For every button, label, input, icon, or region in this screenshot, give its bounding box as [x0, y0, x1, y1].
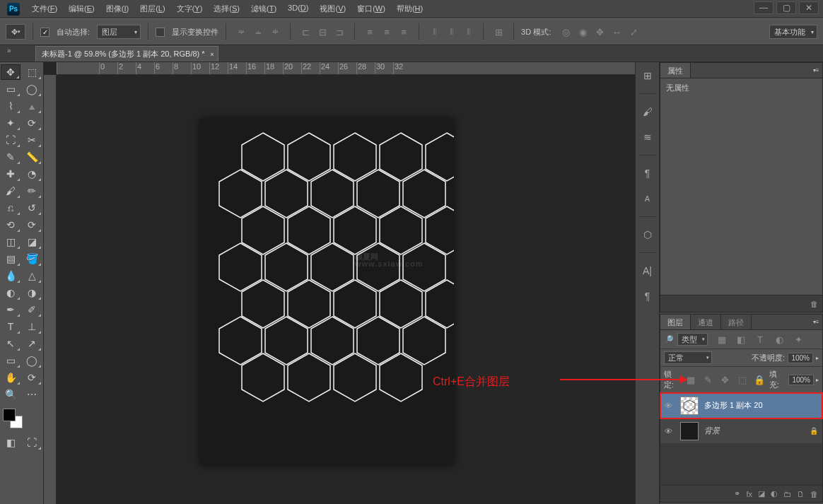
align-top-icon[interactable]: ⫧ — [233, 25, 249, 39]
quick-mask[interactable]: ◧ — [1, 435, 21, 450]
delete-layer-icon[interactable]: 🗑 — [810, 490, 818, 498]
filter-type-icon[interactable]: T — [752, 332, 768, 346]
layer-name[interactable]: 背景 — [704, 426, 720, 436]
layer-thumbnail[interactable] — [680, 397, 699, 415]
align-right-icon[interactable]: ⊐ — [332, 25, 347, 39]
history-tool[interactable]: ⟲ — [1, 217, 21, 233]
history-panel-icon[interactable]: ⊞ — [639, 68, 656, 83]
brushes-panel-icon[interactable]: 🖌 — [639, 104, 656, 119]
eraser-tool[interactable]: ◫ — [1, 234, 21, 250]
new-layer-icon[interactable]: 🗋 — [797, 490, 805, 498]
layer-name[interactable]: 多边形 1 副本 20 — [704, 400, 763, 411]
align-left-icon[interactable]: ⊏ — [298, 25, 313, 39]
slice-tool[interactable]: ✂ — [22, 132, 42, 148]
align-bottom-icon[interactable]: ⫩ — [267, 25, 283, 39]
glyph-panel-icon[interactable]: ¶ — [639, 288, 656, 304]
dodge-tool[interactable]: ◐ — [1, 285, 21, 300]
ruler-horizontal[interactable]: 02468101214161820222426283032 — [57, 62, 635, 75]
vertical-type-tool[interactable]: ⊥ — [22, 319, 42, 334]
ruler-vertical[interactable] — [44, 75, 57, 504]
edit-toolbar[interactable]: ⋯ — [22, 387, 42, 402]
eyedropper-tool[interactable]: ✎ — [1, 149, 21, 165]
minimize-button[interactable]: — — [754, 1, 774, 14]
quick-select-tool[interactable]: ⟳ — [22, 115, 42, 131]
menu-filter[interactable]: 滤镜(T) — [246, 1, 281, 17]
layer-row[interactable]: 👁 多边形 1 副本 20 — [660, 393, 822, 418]
rotate-view-tool[interactable]: ⟳ — [22, 370, 42, 385]
channels-tab[interactable]: 通道 — [691, 315, 721, 329]
styles-panel-icon[interactable]: A| — [639, 263, 656, 279]
crop-tool[interactable]: ⛶ — [1, 132, 21, 148]
adjustment-layer-icon[interactable]: ◐ — [771, 489, 778, 498]
lock-pixels-icon[interactable]: ✎ — [701, 373, 716, 387]
ellipse-shape-tool[interactable]: ◯ — [22, 353, 42, 368]
artboard-tool[interactable]: ⬚ — [22, 64, 42, 80]
distribute-bottom-icon[interactable]: ≡ — [396, 25, 412, 39]
align-hcenter-icon[interactable]: ⊟ — [315, 25, 330, 39]
workspace-selector[interactable]: 基本功能 — [769, 25, 817, 39]
visibility-toggle-icon[interactable]: 👁 — [665, 402, 675, 410]
sharpen-tool[interactable]: △ — [22, 268, 42, 283]
distribute-hcenter-icon[interactable]: ⦀ — [443, 25, 459, 39]
properties-tab[interactable]: 属性 — [660, 63, 691, 78]
search-icon[interactable]: 🔎 — [664, 335, 674, 344]
blend-mode-select[interactable]: 正常 — [664, 351, 712, 364]
type-tool[interactable]: T — [1, 319, 21, 334]
3d-slide-icon[interactable]: ↔ — [609, 25, 624, 39]
3d-pan-icon[interactable]: ✥ — [592, 25, 607, 39]
menu-edit[interactable]: 编辑(E) — [64, 1, 100, 17]
filter-smart-icon[interactable]: ✦ — [790, 332, 806, 346]
3d-orbit-icon[interactable]: ◎ — [558, 25, 573, 39]
pen-tool[interactable]: ✒ — [1, 302, 21, 317]
layer-mask-icon[interactable]: ◪ — [758, 489, 765, 498]
document-tab[interactable]: 未标题-1 @ 59.8% (多边形 1 副本 20, RGB/8) * × — [35, 46, 218, 61]
new-group-icon[interactable]: 🗀 — [783, 490, 791, 498]
menu-select[interactable]: 选择(S) — [209, 1, 245, 17]
3d-scale-icon[interactable]: ⤢ — [626, 25, 641, 39]
clone-tool[interactable]: ⎌ — [1, 200, 21, 216]
layer-filter-kind[interactable]: 类型 — [677, 333, 708, 346]
align-vcenter-icon[interactable]: ⫨ — [250, 25, 266, 39]
menu-help[interactable]: 帮助(H) — [392, 1, 428, 17]
layer-row[interactable]: 👁 背景 🔒 — [660, 418, 822, 444]
3d-roll-icon[interactable]: ◉ — [575, 25, 590, 39]
3d-panel-icon[interactable]: ⬡ — [639, 227, 656, 242]
link-layers-icon[interactable]: ⚭ — [734, 489, 740, 498]
close-tab-icon[interactable]: × — [210, 51, 214, 58]
magic-wand-tool[interactable]: ✦ — [1, 115, 21, 131]
ruler-tool[interactable]: 📏 — [22, 149, 42, 165]
paragraph-panel-icon[interactable]: ¶ — [639, 165, 656, 181]
patch-tool[interactable]: ◔ — [22, 166, 42, 182]
menu-view[interactable]: 视图(V) — [315, 1, 351, 17]
layers-panel-menu-icon[interactable]: ▾≡ — [810, 315, 822, 329]
rect-shape-tool[interactable]: ▭ — [1, 353, 21, 368]
zoom-tool[interactable]: 🔍 — [1, 387, 21, 402]
freeform-pen-tool[interactable]: ✐ — [22, 302, 42, 317]
auto-align-icon[interactable]: ⊞ — [491, 25, 506, 39]
menu-3d[interactable]: 3D(D) — [283, 1, 313, 17]
filter-pixel-icon[interactable]: ▦ — [714, 332, 730, 346]
menu-layer[interactable]: 图层(L) — [135, 1, 170, 17]
bg-eraser-tool[interactable]: ◪ — [22, 234, 42, 250]
lock-position-icon[interactable]: ✥ — [718, 373, 732, 387]
lock-all-icon[interactable]: 🔒 — [752, 373, 766, 387]
paths-tab[interactable]: 路径 — [721, 315, 752, 329]
color-swatches[interactable] — [3, 409, 23, 428]
menu-window[interactable]: 窗口(W) — [352, 1, 390, 17]
visibility-toggle-icon[interactable]: 👁 — [665, 427, 675, 435]
ellipse-marquee-tool[interactable]: ◯ — [22, 81, 42, 97]
layers-tab[interactable]: 图层 — [660, 315, 691, 329]
blur-tool[interactable]: 💧 — [1, 268, 21, 283]
poly-lasso-tool[interactable]: ⟁ — [22, 98, 42, 114]
path-select-tool[interactable]: ↖ — [1, 336, 21, 351]
brush-presets-icon[interactable]: ≋ — [639, 129, 656, 145]
burn-tool[interactable]: ◑ — [22, 285, 42, 300]
character-panel-icon[interactable]: A — [639, 191, 656, 206]
filter-adjust-icon[interactable]: ◧ — [733, 332, 749, 346]
auto-select-checkbox[interactable] — [40, 28, 49, 37]
menu-type[interactable]: 文字(Y) — [172, 1, 208, 17]
lock-icon[interactable]: 🔒 — [810, 427, 818, 435]
marquee-tool[interactable]: ▭ — [1, 81, 21, 97]
trash-icon[interactable]: 🗑 — [810, 300, 818, 308]
auto-select-target[interactable]: 图层 — [97, 25, 141, 39]
